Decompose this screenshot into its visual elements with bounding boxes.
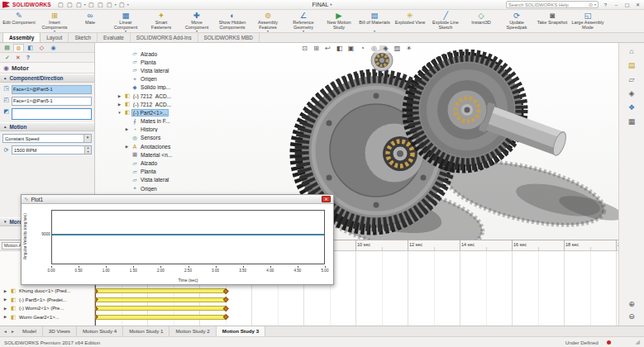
chevron-collapsed-icon[interactable]: ▶ (117, 94, 122, 98)
resize-grip-icon[interactable]: ◢ (636, 339, 640, 345)
tab-3d-views[interactable]: 3D Views (43, 326, 77, 336)
motion-row-part5-1-predet[interactable]: ▶◧(-) Part5<1> (Predet... (0, 296, 94, 305)
section-motion[interactable]: ▲ Motion (0, 122, 94, 131)
zoom-to-fit[interactable]: ⊡ (301, 45, 309, 52)
tree-item-s-lido-imp-4[interactable]: ◆Sólido imp... (117, 83, 224, 92)
tab-motion-study-2[interactable]: Motion Study 2 (169, 326, 216, 336)
chevron-down-icon[interactable]: ▾ (594, 2, 596, 7)
appearances-scenes[interactable]: ❖ (628, 103, 635, 112)
ribbon-button-edit-component[interactable]: ✎Edit Component (2, 11, 36, 32)
selection-value[interactable]: Face<1>@Part5-1 (12, 97, 91, 105)
rebuild-icon[interactable]: ▢ (106, 1, 113, 9)
tree-item-alzado-13[interactable]: ▱Alzado (117, 159, 224, 167)
speed-stepper[interactable]: ▲▼ (84, 146, 91, 154)
tab-assembly[interactable]: Assembly (2, 32, 41, 42)
minimize-icon[interactable]: – (613, 1, 620, 9)
section-component-direction[interactable]: ▲ Component/Direction (0, 74, 94, 83)
chevron-collapsed-icon[interactable]: ▶ (117, 102, 122, 107)
selection-value[interactable]: Face<1>@Part5-1 (12, 86, 91, 93)
view-settings[interactable]: ☀ (405, 45, 413, 52)
chevron-expanded-icon[interactable]: ▼ (117, 111, 122, 115)
tab-motion-study-1[interactable]: Motion Study 1 (123, 326, 169, 336)
tree-item-part2-1-7[interactable]: ▼◧(-) Part2<1>... (117, 108, 224, 116)
tree-item-planta-14[interactable]: ▱Planta (117, 168, 224, 176)
timeline-change-bar[interactable] (95, 315, 226, 320)
new-document-icon[interactable]: ▢ (57, 1, 64, 9)
ribbon-button-instant3d[interactable]: ◇Instant3D (464, 11, 499, 32)
motion-row-khung-duoc-1-pred[interactable]: ▶◧Khung duoc<1> (Pred... (0, 287, 94, 296)
speed-field[interactable]: 1500 RPM ▲▼ (12, 145, 92, 154)
chevron-collapsed-icon[interactable]: ▶ (2, 289, 8, 293)
save-icon[interactable]: ▢ (75, 1, 83, 9)
section-view[interactable]: ◧ (336, 45, 344, 52)
ok-icon[interactable]: ✓ (5, 55, 10, 61)
search-icon[interactable]: ⊙ (589, 2, 593, 7)
tab-sketch[interactable]: Sketch (69, 33, 98, 42)
ribbon-button-smart-fasteners[interactable]: ✦Smart Fasteners (144, 11, 179, 32)
tree-item-history-9[interactable]: ▶◔History (117, 126, 224, 134)
selection-field-2[interactable]: Face<1>@Part5-1 (12, 97, 92, 106)
plot-window-titlebar[interactable]: ∿ Plot1 ✕ (21, 195, 333, 204)
dimxpertmanager-tab[interactable]: ◇ (36, 44, 47, 51)
display-style[interactable]: ◔ (359, 45, 367, 52)
print-icon[interactable]: ▢ (88, 1, 95, 9)
options-icon[interactable]: ▢ (118, 1, 126, 9)
ribbon-button-large-assembly-mode[interactable]: ◱Large Assembly Mode (570, 11, 605, 32)
tree-item-planta-1[interactable]: ▱Planta (117, 58, 224, 66)
close-icon[interactable]: ✕ (634, 1, 642, 9)
tab-motion-study-3[interactable]: Motion Study 3 (217, 326, 265, 336)
search-input[interactable]: Search SOLIDWORKS Help ⊙ ▾ (506, 1, 599, 8)
timeline-change-bar[interactable] (95, 306, 226, 311)
timeline-change-bar[interactable] (95, 297, 226, 302)
chevron-down-icon[interactable]: ▾ (127, 2, 129, 7)
selection-field-3[interactable] (12, 108, 92, 120)
chevron-down-icon[interactable]: ▾ (115, 2, 117, 7)
design-library[interactable]: ▤ (628, 61, 636, 69)
cancel-icon[interactable]: ✕ (16, 55, 21, 61)
ribbon-button-assembly-features[interactable]: ⊚Assembly Features▾ (250, 11, 285, 32)
ribbon-button-reference-geometry[interactable]: ∠Reference Geometry▾ (286, 11, 321, 32)
timeline-zoom-out[interactable]: ⊖ (628, 312, 635, 321)
previous-view[interactable]: ↩ (324, 45, 332, 52)
tree-item-7212-acd-5[interactable]: ▶◧(-) 7212_ACD... (117, 92, 224, 100)
ribbon-button-take-snapshot[interactable]: ◙Take Snapshot (535, 11, 570, 32)
view-palette[interactable]: ◈ (629, 89, 635, 97)
chevron-down-icon[interactable]: ▾ (330, 2, 332, 7)
tab-motion-study-4[interactable]: Motion Study 4 (77, 326, 123, 336)
solidworks-resources[interactable]: ⌂ (629, 47, 633, 55)
configurationmanager-tab[interactable]: ◧ (25, 44, 36, 51)
tree-item-mates-in-f-8[interactable]: ∮Mates in F... (117, 117, 224, 126)
tree-item-alzado-0[interactable]: ▱Alzado (117, 50, 224, 58)
selection-field-1[interactable]: Face<1>@Part5-1 (12, 85, 92, 94)
tree-item-material-n-12[interactable]: ▦Material <n... (117, 150, 224, 159)
apply-scene[interactable]: ▨ (394, 45, 402, 52)
hide-show-items[interactable]: ◎ (370, 45, 379, 52)
ribbon-button-update-speedpak[interactable]: ⟳Update Speedpak (499, 11, 534, 32)
tab-solidworks-mbd[interactable]: SOLIDWORKS MBD (198, 33, 260, 42)
tree-item-7212-acd-6[interactable]: ▶◧(-) 7212_ACD... (117, 100, 224, 108)
chevron-down-icon[interactable]: ▼ (83, 135, 91, 142)
chevron-collapsed-icon[interactable]: ▶ (124, 145, 130, 149)
zoom-area[interactable]: ⊞ (312, 45, 321, 52)
displaymanager-tab[interactable]: ◉ (48, 44, 59, 51)
spin-down-icon[interactable]: ▼ (85, 150, 91, 154)
tab-solidworks-add-ins[interactable]: SOLIDWORKS Add-Ins (131, 33, 198, 42)
tree-item-vista-lateral-15[interactable]: ▱Vista lateral (117, 176, 224, 184)
undo-icon[interactable]: ▢ (97, 1, 104, 9)
chevron-collapsed-icon[interactable]: ▶ (124, 127, 130, 131)
edit-appearance[interactable]: ◈ (382, 45, 390, 52)
ribbon-button-linear-component-pattern[interactable]: ▦Linear Component Pattern▾ (108, 11, 143, 32)
motion-row-worm-gear2-1[interactable]: ▶◧Worm Gear2<1>... (0, 313, 94, 322)
tab-evaluate[interactable]: Evaluate (98, 33, 131, 42)
timeline-change-bar[interactable] (95, 288, 226, 293)
tree-item-anotaciones-11[interactable]: ▶AAnotaciones (117, 142, 224, 150)
tab-scroll-left-icon[interactable]: ◂ (2, 329, 9, 334)
close-icon[interactable]: ✕ (322, 196, 331, 202)
ribbon-button-exploded-view[interactable]: ✳Exploded View (393, 11, 427, 32)
featuremanager-tab[interactable]: ▤ (2, 44, 12, 51)
ribbon-button-move-component[interactable]: ✚Move Component▾ (179, 11, 214, 32)
maximize-icon[interactable]: ▢ (623, 1, 631, 9)
plot-window[interactable]: ∿ Plot1 ✕ Angular Velocity (deg/sec) 900… (21, 194, 334, 285)
motion-row-worm2-1-pre[interactable]: ▶◧(-) Worm2<1> (Pre... (0, 304, 94, 313)
help-icon[interactable]: ? (26, 55, 30, 60)
